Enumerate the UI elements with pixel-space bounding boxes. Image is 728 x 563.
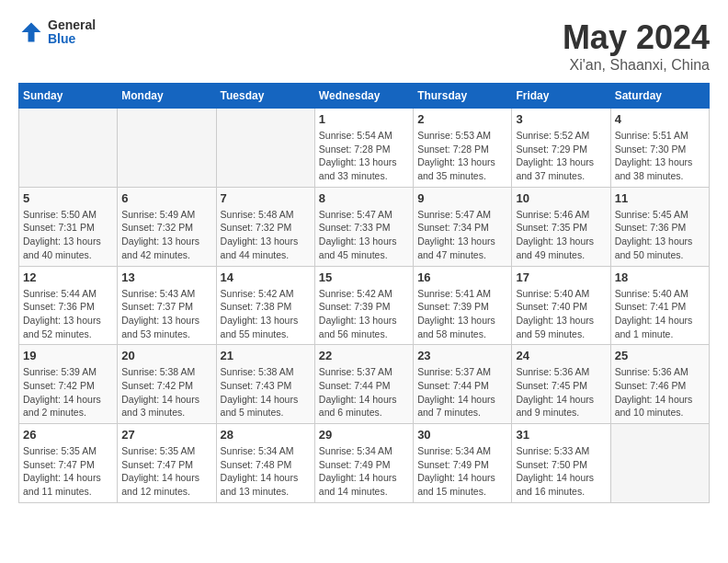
logo-icon <box>18 19 44 45</box>
day-info: Sunrise: 5:34 AM Sunset: 7:49 PM Dayligh… <box>319 444 409 499</box>
calendar-cell <box>216 109 314 188</box>
calendar-week-1: 1Sunrise: 5:54 AM Sunset: 7:28 PM Daylig… <box>19 109 710 188</box>
calendar-cell: 25Sunrise: 5:36 AM Sunset: 7:46 PM Dayli… <box>610 345 709 424</box>
weekday-header-row: SundayMondayTuesdayWednesdayThursdayFrid… <box>19 84 710 109</box>
day-number: 24 <box>516 349 606 362</box>
day-info: Sunrise: 5:34 AM Sunset: 7:48 PM Dayligh… <box>221 444 311 499</box>
day-info: Sunrise: 5:54 AM Sunset: 7:28 PM Dayligh… <box>319 129 409 183</box>
day-number: 20 <box>121 349 211 362</box>
logo-general: General <box>48 18 96 32</box>
day-info: Sunrise: 5:53 AM Sunset: 7:28 PM Dayligh… <box>417 129 507 183</box>
day-number: 15 <box>319 270 409 284</box>
weekday-header-sunday: Sunday <box>19 84 118 109</box>
calendar-cell: 11Sunrise: 5:45 AM Sunset: 7:36 PM Dayli… <box>610 187 709 266</box>
day-info: Sunrise: 5:40 AM Sunset: 7:40 PM Dayligh… <box>516 287 606 341</box>
day-info: Sunrise: 5:51 AM Sunset: 7:30 PM Dayligh… <box>615 129 705 183</box>
day-info: Sunrise: 5:47 AM Sunset: 7:34 PM Dayligh… <box>417 208 507 262</box>
calendar-cell: 8Sunrise: 5:47 AM Sunset: 7:33 PM Daylig… <box>314 187 413 266</box>
calendar-cell: 17Sunrise: 5:40 AM Sunset: 7:40 PM Dayli… <box>512 266 610 345</box>
calendar-week-5: 26Sunrise: 5:35 AM Sunset: 7:47 PM Dayli… <box>19 424 710 503</box>
day-info: Sunrise: 5:35 AM Sunset: 7:47 PM Dayligh… <box>23 444 113 499</box>
day-number: 16 <box>417 270 507 284</box>
day-number: 29 <box>319 428 409 442</box>
day-info: Sunrise: 5:40 AM Sunset: 7:41 PM Dayligh… <box>615 287 705 341</box>
day-number: 2 <box>417 112 507 126</box>
day-info: Sunrise: 5:43 AM Sunset: 7:37 PM Dayligh… <box>121 287 211 341</box>
day-number: 18 <box>615 270 705 284</box>
day-number: 19 <box>23 349 113 362</box>
day-number: 5 <box>23 191 113 205</box>
day-number: 11 <box>615 191 705 205</box>
day-number: 8 <box>319 191 409 205</box>
calendar-cell: 12Sunrise: 5:44 AM Sunset: 7:36 PM Dayli… <box>19 266 118 345</box>
day-number: 14 <box>221 270 311 284</box>
day-info: Sunrise: 5:35 AM Sunset: 7:47 PM Dayligh… <box>121 444 211 499</box>
day-number: 22 <box>319 349 409 362</box>
day-info: Sunrise: 5:44 AM Sunset: 7:36 PM Dayligh… <box>23 287 113 341</box>
day-info: Sunrise: 5:36 AM Sunset: 7:45 PM Dayligh… <box>516 365 606 419</box>
day-number: 9 <box>417 191 507 205</box>
calendar-cell: 23Sunrise: 5:37 AM Sunset: 7:44 PM Dayli… <box>414 345 512 424</box>
month-year-title: May 2024 <box>563 18 710 57</box>
calendar-cell <box>118 109 216 188</box>
calendar-cell: 4Sunrise: 5:51 AM Sunset: 7:30 PM Daylig… <box>610 109 709 188</box>
day-number: 21 <box>221 349 311 362</box>
logo: General Blue <box>18 18 96 47</box>
calendar-week-4: 19Sunrise: 5:39 AM Sunset: 7:42 PM Dayli… <box>19 345 710 424</box>
day-number: 28 <box>221 428 311 442</box>
logo-text: General Blue <box>48 18 96 47</box>
calendar-cell <box>19 109 118 188</box>
day-number: 1 <box>319 112 409 126</box>
day-info: Sunrise: 5:37 AM Sunset: 7:44 PM Dayligh… <box>417 365 507 419</box>
calendar-cell: 15Sunrise: 5:42 AM Sunset: 7:39 PM Dayli… <box>314 266 413 345</box>
calendar-week-3: 12Sunrise: 5:44 AM Sunset: 7:36 PM Dayli… <box>19 266 710 345</box>
calendar-cell: 22Sunrise: 5:37 AM Sunset: 7:44 PM Dayli… <box>314 345 413 424</box>
calendar-cell: 21Sunrise: 5:38 AM Sunset: 7:43 PM Dayli… <box>216 345 314 424</box>
svg-marker-1 <box>22 23 41 42</box>
weekday-header-wednesday: Wednesday <box>314 84 413 109</box>
weekday-header-friday: Friday <box>512 84 610 109</box>
day-number: 30 <box>417 428 507 442</box>
calendar-week-2: 5Sunrise: 5:50 AM Sunset: 7:31 PM Daylig… <box>19 187 710 266</box>
weekday-header-tuesday: Tuesday <box>216 84 314 109</box>
calendar-table: SundayMondayTuesdayWednesdayThursdayFrid… <box>18 83 710 503</box>
weekday-header-monday: Monday <box>118 84 216 109</box>
calendar-cell: 19Sunrise: 5:39 AM Sunset: 7:42 PM Dayli… <box>19 345 118 424</box>
calendar-cell: 28Sunrise: 5:34 AM Sunset: 7:48 PM Dayli… <box>216 424 314 503</box>
calendar-cell: 7Sunrise: 5:48 AM Sunset: 7:32 PM Daylig… <box>216 187 314 266</box>
day-info: Sunrise: 5:33 AM Sunset: 7:50 PM Dayligh… <box>516 444 606 499</box>
title-block: May 2024 Xi'an, Shaanxi, China <box>563 18 710 74</box>
calendar-cell: 26Sunrise: 5:35 AM Sunset: 7:47 PM Dayli… <box>19 424 118 503</box>
day-number: 10 <box>516 191 606 205</box>
day-number: 23 <box>417 349 507 362</box>
day-info: Sunrise: 5:41 AM Sunset: 7:39 PM Dayligh… <box>417 287 507 341</box>
day-number: 17 <box>516 270 606 284</box>
calendar-cell: 5Sunrise: 5:50 AM Sunset: 7:31 PM Daylig… <box>19 187 118 266</box>
calendar-cell: 31Sunrise: 5:33 AM Sunset: 7:50 PM Dayli… <box>512 424 610 503</box>
calendar-cell: 27Sunrise: 5:35 AM Sunset: 7:47 PM Dayli… <box>118 424 216 503</box>
day-info: Sunrise: 5:50 AM Sunset: 7:31 PM Dayligh… <box>23 208 113 262</box>
day-info: Sunrise: 5:38 AM Sunset: 7:42 PM Dayligh… <box>121 365 211 419</box>
calendar-cell: 10Sunrise: 5:46 AM Sunset: 7:35 PM Dayli… <box>512 187 610 266</box>
calendar-cell: 24Sunrise: 5:36 AM Sunset: 7:45 PM Dayli… <box>512 345 610 424</box>
weekday-header-thursday: Thursday <box>414 84 512 109</box>
calendar-cell: 2Sunrise: 5:53 AM Sunset: 7:28 PM Daylig… <box>414 109 512 188</box>
day-number: 12 <box>23 270 113 284</box>
day-info: Sunrise: 5:42 AM Sunset: 7:38 PM Dayligh… <box>221 287 311 341</box>
day-number: 13 <box>121 270 211 284</box>
day-info: Sunrise: 5:37 AM Sunset: 7:44 PM Dayligh… <box>319 365 409 419</box>
day-info: Sunrise: 5:42 AM Sunset: 7:39 PM Dayligh… <box>319 287 409 341</box>
day-info: Sunrise: 5:45 AM Sunset: 7:36 PM Dayligh… <box>615 208 705 262</box>
calendar-cell: 3Sunrise: 5:52 AM Sunset: 7:29 PM Daylig… <box>512 109 610 188</box>
day-info: Sunrise: 5:48 AM Sunset: 7:32 PM Dayligh… <box>221 208 311 262</box>
calendar-cell: 20Sunrise: 5:38 AM Sunset: 7:42 PM Dayli… <box>118 345 216 424</box>
calendar-cell: 6Sunrise: 5:49 AM Sunset: 7:32 PM Daylig… <box>118 187 216 266</box>
day-info: Sunrise: 5:36 AM Sunset: 7:46 PM Dayligh… <box>615 365 705 419</box>
location-subtitle: Xi'an, Shaanxi, China <box>563 57 710 74</box>
day-number: 31 <box>516 428 606 442</box>
day-number: 26 <box>23 428 113 442</box>
day-info: Sunrise: 5:34 AM Sunset: 7:49 PM Dayligh… <box>417 444 507 499</box>
day-number: 7 <box>221 191 311 205</box>
page-header: General Blue May 2024 Xi'an, Shaanxi, Ch… <box>18 18 710 74</box>
day-number: 25 <box>615 349 705 362</box>
